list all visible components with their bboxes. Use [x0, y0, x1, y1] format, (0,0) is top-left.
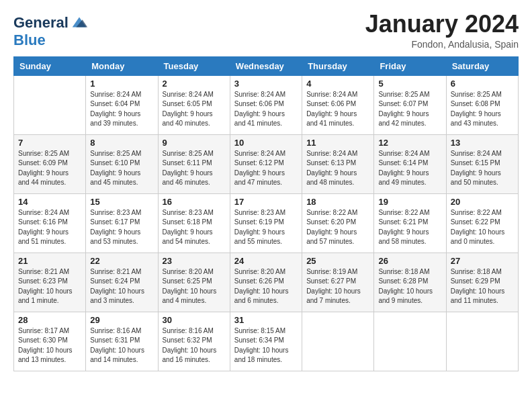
sunrise-label: Sunrise: 8:24 AM [234, 91, 285, 98]
table-row: 5 Sunrise: 8:25 AM Sunset: 6:07 PM Dayli… [374, 75, 446, 134]
daylight-label: Daylight: 9 hours and 40 minutes. [163, 110, 213, 128]
day-number: 13 [451, 138, 514, 148]
day-number: 11 [306, 138, 369, 148]
day-number: 26 [378, 256, 441, 266]
table-row: 30 Sunrise: 8:16 AM Sunset: 6:32 PM Dayl… [158, 312, 230, 371]
table-row: 9 Sunrise: 8:25 AM Sunset: 6:11 PM Dayli… [158, 134, 230, 193]
sunrise-label: Sunrise: 8:25 AM [18, 150, 69, 157]
daylight-label: Daylight: 10 hours and 0 minutes. [451, 228, 505, 246]
day-number: 27 [451, 256, 514, 266]
sunset-label: Sunset: 6:19 PM [234, 218, 284, 226]
day-number: 14 [18, 197, 81, 207]
table-row: 23 Sunrise: 8:20 AM Sunset: 6:25 PM Dayl… [158, 253, 230, 312]
sunset-label: Sunset: 6:18 PM [163, 218, 212, 226]
daylight-label: Daylight: 10 hours and 3 minutes. [90, 287, 144, 305]
day-info: Sunrise: 8:24 AM Sunset: 6:05 PM Dayligh… [163, 90, 226, 129]
sunrise-label: Sunrise: 8:16 AM [163, 327, 214, 334]
day-number: 10 [234, 138, 298, 148]
daylight-label: Daylight: 9 hours and 47 minutes. [234, 169, 285, 187]
sunset-label: Sunset: 6:10 PM [90, 159, 140, 167]
sunset-label: Sunset: 6:08 PM [451, 100, 500, 107]
table-row: 13 Sunrise: 8:24 AM Sunset: 6:15 PM Dayl… [446, 134, 518, 193]
day-number: 3 [234, 79, 298, 89]
sunrise-label: Sunrise: 8:23 AM [234, 209, 285, 216]
sunrise-label: Sunrise: 8:18 AM [378, 268, 429, 275]
table-row [374, 312, 446, 371]
location-subtitle: Fondon, Andalusia, Spain [365, 39, 519, 50]
table-row [14, 75, 86, 134]
daylight-label: Daylight: 9 hours and 48 minutes. [306, 169, 357, 187]
day-number: 28 [18, 315, 81, 325]
daylight-label: Daylight: 9 hours and 45 minutes. [90, 169, 140, 187]
sunrise-label: Sunrise: 8:22 AM [306, 209, 357, 216]
day-number: 7 [18, 138, 81, 148]
day-info: Sunrise: 8:24 AM Sunset: 6:06 PM Dayligh… [234, 90, 298, 129]
day-info: Sunrise: 8:16 AM Sunset: 6:31 PM Dayligh… [90, 326, 153, 365]
day-info: Sunrise: 8:20 AM Sunset: 6:25 PM Dayligh… [163, 267, 226, 306]
sunrise-label: Sunrise: 8:19 AM [306, 268, 357, 275]
day-info: Sunrise: 8:24 AM Sunset: 6:16 PM Dayligh… [18, 208, 81, 247]
table-row: 12 Sunrise: 8:24 AM Sunset: 6:14 PM Dayl… [374, 134, 446, 193]
daylight-label: Daylight: 9 hours and 39 minutes. [90, 110, 140, 128]
day-info: Sunrise: 8:15 AM Sunset: 6:34 PM Dayligh… [234, 326, 298, 365]
header-row: Sunday Monday Tuesday Wednesday Thursday… [14, 56, 519, 75]
day-number: 21 [18, 256, 81, 266]
day-number: 18 [306, 197, 369, 207]
day-number: 5 [378, 79, 441, 89]
sunrise-label: Sunrise: 8:25 AM [90, 150, 141, 157]
day-info: Sunrise: 8:18 AM Sunset: 6:29 PM Dayligh… [451, 267, 514, 306]
sunrise-label: Sunrise: 8:24 AM [306, 150, 357, 157]
day-info: Sunrise: 8:18 AM Sunset: 6:28 PM Dayligh… [378, 267, 441, 306]
day-info: Sunrise: 8:24 AM Sunset: 6:04 PM Dayligh… [90, 90, 153, 129]
calendar-week-2: 14 Sunrise: 8:24 AM Sunset: 6:16 PM Dayl… [14, 193, 519, 253]
day-info: Sunrise: 8:20 AM Sunset: 6:26 PM Dayligh… [234, 267, 298, 306]
table-row: 10 Sunrise: 8:24 AM Sunset: 6:12 PM Dayl… [230, 134, 302, 193]
day-info: Sunrise: 8:25 AM Sunset: 6:11 PM Dayligh… [163, 149, 226, 188]
day-number: 9 [163, 138, 226, 148]
day-info: Sunrise: 8:22 AM Sunset: 6:21 PM Dayligh… [378, 208, 441, 247]
day-number: 2 [163, 79, 226, 89]
table-row: 16 Sunrise: 8:23 AM Sunset: 6:18 PM Dayl… [158, 193, 230, 253]
day-number: 4 [306, 79, 369, 89]
col-thursday: Thursday [302, 56, 374, 75]
daylight-label: Daylight: 9 hours and 54 minutes. [163, 228, 213, 246]
month-title: January 2024 [365, 11, 519, 38]
sunset-label: Sunset: 6:06 PM [306, 100, 356, 107]
table-row: 27 Sunrise: 8:18 AM Sunset: 6:29 PM Dayl… [446, 253, 518, 312]
sunrise-label: Sunrise: 8:20 AM [163, 268, 214, 275]
daylight-label: Daylight: 10 hours and 13 minutes. [18, 347, 73, 364]
sunrise-label: Sunrise: 8:25 AM [378, 91, 429, 98]
table-row: 18 Sunrise: 8:22 AM Sunset: 6:20 PM Dayl… [302, 193, 374, 253]
table-row: 7 Sunrise: 8:25 AM Sunset: 6:09 PM Dayli… [14, 134, 86, 193]
daylight-label: Daylight: 10 hours and 14 minutes. [90, 347, 144, 364]
day-info: Sunrise: 8:23 AM Sunset: 6:18 PM Dayligh… [163, 208, 226, 247]
day-number: 16 [163, 197, 226, 207]
table-row: 8 Sunrise: 8:25 AM Sunset: 6:10 PM Dayli… [86, 134, 158, 193]
table-row: 14 Sunrise: 8:24 AM Sunset: 6:16 PM Dayl… [14, 193, 86, 253]
day-number: 1 [90, 79, 153, 89]
daylight-label: Daylight: 9 hours and 42 minutes. [378, 110, 429, 128]
daylight-label: Daylight: 9 hours and 58 minutes. [378, 228, 429, 246]
day-number: 8 [90, 138, 153, 148]
sunset-label: Sunset: 6:15 PM [451, 159, 500, 167]
sunset-label: Sunset: 6:30 PM [18, 336, 68, 344]
sunset-label: Sunset: 6:21 PM [378, 218, 428, 226]
daylight-label: Daylight: 9 hours and 43 minutes. [451, 110, 501, 128]
day-info: Sunrise: 8:16 AM Sunset: 6:32 PM Dayligh… [163, 326, 226, 365]
sunrise-label: Sunrise: 8:20 AM [234, 268, 285, 275]
calendar-week-3: 21 Sunrise: 8:21 AM Sunset: 6:23 PM Dayl… [14, 253, 519, 312]
table-row: 25 Sunrise: 8:19 AM Sunset: 6:27 PM Dayl… [302, 253, 374, 312]
sunrise-label: Sunrise: 8:23 AM [163, 209, 214, 216]
sunset-label: Sunset: 6:32 PM [163, 336, 212, 344]
sunrise-label: Sunrise: 8:22 AM [378, 209, 429, 216]
table-row: 6 Sunrise: 8:25 AM Sunset: 6:08 PM Dayli… [446, 75, 518, 134]
sunset-label: Sunset: 6:22 PM [451, 218, 500, 226]
day-info: Sunrise: 8:24 AM Sunset: 6:06 PM Dayligh… [306, 90, 369, 129]
logo-icon [70, 13, 89, 32]
sunset-label: Sunset: 6:06 PM [234, 100, 284, 107]
logo: General Blue [13, 13, 89, 48]
table-row [302, 312, 374, 371]
day-info: Sunrise: 8:17 AM Sunset: 6:30 PM Dayligh… [18, 326, 81, 365]
day-number: 24 [234, 256, 298, 266]
logo-text: General [13, 15, 69, 31]
